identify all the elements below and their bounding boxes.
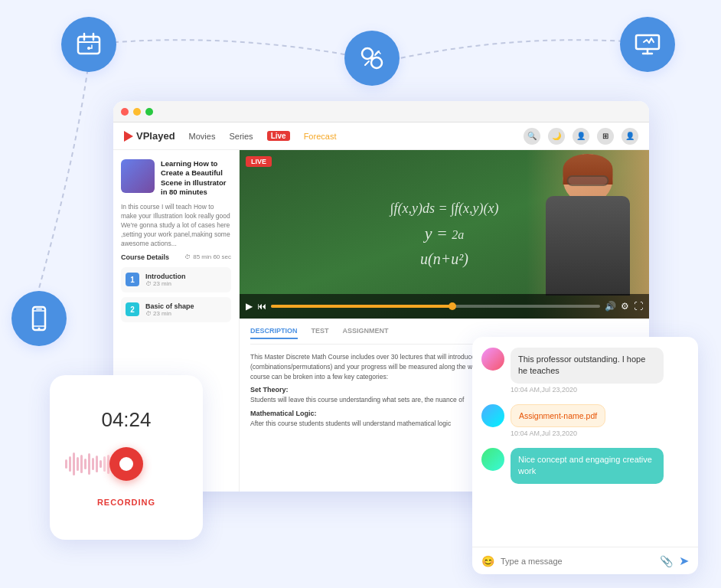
attach-button[interactable]: 📎	[660, 555, 673, 567]
course-details-label: Course Details	[121, 253, 169, 261]
time-icon: ⏱	[145, 280, 152, 287]
message-time-2: 10:04 AM,Jul 23,2020	[511, 430, 605, 437]
svg-point-6	[371, 57, 382, 68]
svg-point-5	[362, 48, 373, 59]
video-controls[interactable]: ▶ ⏮ 🔊 ⚙ ⛶	[240, 294, 649, 318]
nav-live[interactable]: Live	[267, 131, 290, 141]
chat-input-area[interactable]: 😊 📎 ➤	[472, 547, 698, 574]
nav-movies[interactable]: Movies	[189, 132, 216, 141]
clock-icon: ⏱	[184, 253, 191, 260]
svg-rect-14	[36, 309, 42, 310]
course-time: ⏱ 85 min 60 sec	[184, 253, 231, 260]
logo-text: VPlayed	[136, 130, 175, 142]
chat-messages: This professor outstanding. I hope he te…	[472, 337, 698, 547]
progress-dot	[449, 302, 456, 310]
chat-message-3: Nice concept and engaging creative work	[481, 448, 689, 484]
avatar-3	[481, 448, 504, 471]
nav-icons: 🔍 🌙 👤 ⊞ 👤	[524, 128, 638, 145]
file-name: Assignment-name.pdf	[519, 411, 597, 420]
message-time-1: 10:04 AM,Jul 23,2020	[511, 386, 664, 394]
logo: VPlayed	[124, 130, 175, 142]
chalkboard: ∫f(x,y)ds = ∫f(x,y)(x) y = 2a u(n+u²)	[240, 150, 649, 318]
lesson-item[interactable]: 1 Introduction ⏱ 23 min	[121, 267, 231, 292]
search-icon[interactable]: 🔍	[524, 128, 540, 145]
video-background: ∫f(x,y)ds = ∫f(x,y)(x) y = 2a u(n+u²)	[240, 150, 649, 318]
record-button[interactable]	[109, 447, 143, 481]
time-icon-2: ⏱	[145, 310, 152, 317]
chat-bubble-3: Nice concept and engaging creative work	[511, 448, 664, 484]
avatar-2	[481, 404, 504, 427]
browser-chrome	[113, 101, 649, 122]
chat-message-2: Assignment-name.pdf 10:04 AM,Jul 23,2020	[481, 404, 689, 437]
maximize-dot[interactable]	[145, 108, 153, 116]
recording-time: 04:24	[101, 408, 151, 432]
emoji-button[interactable]: 😊	[481, 555, 494, 567]
nav-series[interactable]: Series	[229, 132, 253, 141]
logo-icon	[124, 131, 133, 142]
user-icon[interactable]: 👤	[573, 128, 589, 145]
chat-bubble-1: This professor outstanding. I hope he te…	[511, 348, 664, 384]
chat-message-1: This professor outstanding. I hope he te…	[481, 348, 689, 394]
lesson-duration-2: ⏱ 23 min	[145, 310, 194, 317]
avatar-1	[481, 348, 504, 371]
live-badge: LIVE	[246, 156, 272, 167]
video-player: ∫f(x,y)ds = ∫f(x,y)(x) y = 2a u(n+u²)	[240, 150, 649, 318]
teacher-overlay	[527, 150, 649, 318]
settings-button[interactable]: ⚙	[621, 301, 629, 312]
nav-trending[interactable]: Forecast	[304, 132, 337, 141]
grid-icon[interactable]: ⊞	[597, 128, 614, 145]
progress-fill	[271, 305, 452, 308]
lesson-number-2: 2	[126, 302, 139, 316]
record-dot	[119, 457, 133, 471]
skip-back-button[interactable]: ⏮	[257, 301, 266, 312]
monitor-icon	[620, 17, 675, 72]
play-button[interactable]: ▶	[246, 301, 253, 312]
course-details-row: Course Details ⏱ 85 min 60 sec	[121, 253, 231, 261]
recording-label: RECORDING	[97, 498, 155, 507]
course-title: Learning How to Create a Beautiful Scene…	[161, 159, 231, 197]
recording-widget: 04:24 RECORDING	[50, 375, 203, 540]
course-thumbnail: Learning How to Create a Beautiful Scene…	[121, 159, 231, 197]
course-image	[121, 159, 155, 193]
profile-icon[interactable]: 👤	[621, 128, 638, 145]
calendar-icon	[61, 17, 116, 72]
svg-point-13	[38, 328, 41, 330]
close-dot[interactable]	[121, 108, 129, 116]
progress-bar[interactable]	[271, 305, 600, 308]
chat-bubble-2: Assignment-name.pdf	[511, 404, 605, 427]
fullscreen-button[interactable]: ⛶	[634, 301, 643, 312]
tab-test[interactable]: TEST	[312, 327, 329, 339]
svg-rect-7	[636, 35, 659, 49]
tab-assignment[interactable]: ASSIGNMENT	[343, 327, 389, 339]
lesson-number-1: 1	[126, 273, 139, 286]
dark-mode-icon[interactable]: 🌙	[548, 128, 565, 145]
transfer-icon	[344, 31, 400, 86]
course-description: In this course I will teach How to make …	[121, 203, 231, 248]
tab-description[interactable]: DESCRIPTION	[250, 327, 298, 339]
message-text-3: Nice concept and engaging creative work	[518, 454, 656, 478]
navbar: VPlayed Movies Series Live Forecast 🔍 🌙 …	[113, 122, 649, 150]
send-button[interactable]: ➤	[679, 554, 689, 568]
waveform-container	[65, 441, 188, 487]
chat-panel: This professor outstanding. I hope he te…	[472, 337, 698, 574]
minimize-dot[interactable]	[133, 108, 141, 116]
lesson-info-2: Basic of shape ⏱ 23 min	[145, 302, 194, 317]
svg-rect-0	[78, 37, 100, 54]
lesson-item-2[interactable]: 2 Basic of shape ⏱ 23 min	[121, 297, 231, 322]
phone-icon	[11, 291, 67, 346]
lesson-duration-1: ⏱ 23 min	[145, 280, 186, 287]
lesson-info-1: Introduction ⏱ 23 min	[145, 273, 186, 287]
chat-input[interactable]	[501, 557, 654, 566]
message-text-1: This professor outstanding. I hope he te…	[518, 354, 656, 377]
volume-button[interactable]: 🔊	[605, 301, 616, 312]
